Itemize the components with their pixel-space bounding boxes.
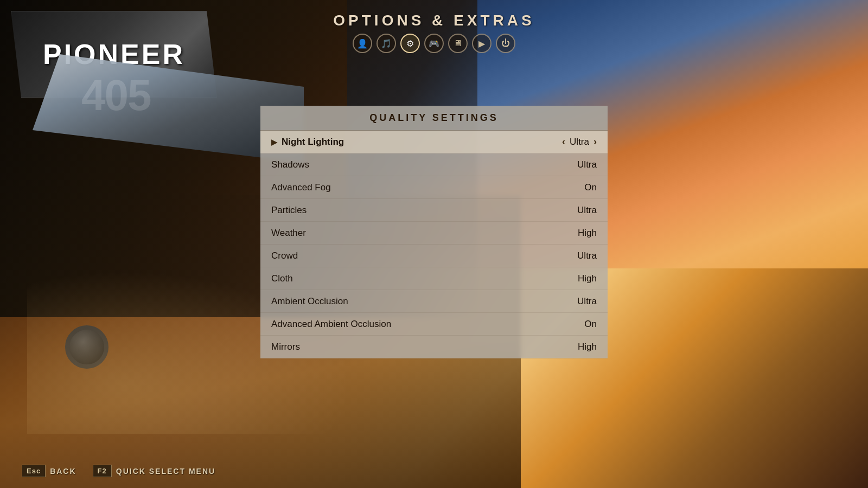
back-button[interactable]: Esc BACK	[22, 465, 76, 477]
setting-item-mirrors[interactable]: MirrorsHigh	[260, 336, 608, 358]
setting-value-container: ‹Ultra›	[562, 136, 597, 147]
setting-value-container: On	[584, 319, 597, 330]
setting-value-container: On	[584, 182, 597, 193]
setting-item-ambient-occlusion[interactable]: Ambient OcclusionUltra	[260, 290, 608, 313]
car-number: 405	[81, 70, 150, 120]
setting-name-label: Shadows	[271, 159, 309, 170]
setting-value-container: High	[578, 273, 597, 284]
quick-select-label: QUICK SELECT MENU	[116, 467, 215, 476]
setting-value-container: Ultra	[577, 251, 597, 261]
esc-key-badge: Esc	[22, 465, 46, 477]
setting-value-container: High	[578, 342, 597, 352]
back-label: BACK	[50, 467, 76, 476]
setting-name-label: Advanced Fog	[271, 182, 331, 193]
setting-value-text: Ultra	[577, 205, 597, 216]
nav-icons-row: 👤🎵⚙🎮🖥▶⏻	[353, 34, 515, 53]
setting-item-shadows[interactable]: ShadowsUltra	[260, 153, 608, 176]
display-icon[interactable]: 🖥	[448, 34, 468, 53]
setting-name-label: Cloth	[271, 273, 293, 284]
audio-icon[interactable]: 🎵	[376, 34, 396, 53]
value-nav-left-icon[interactable]: ‹	[562, 136, 565, 147]
settings-panel: QUALITY SETTINGS ▶Night Lighting‹Ultra›S…	[260, 106, 608, 358]
setting-item-particles[interactable]: ParticlesUltra	[260, 199, 608, 222]
settings-icon[interactable]: ⚙	[400, 34, 420, 53]
setting-name-label: Particles	[271, 205, 307, 216]
setting-value-text: High	[578, 342, 597, 352]
setting-value-container: High	[578, 228, 597, 239]
setting-name-label: Mirrors	[271, 342, 300, 352]
setting-value-text: On	[584, 182, 597, 193]
setting-name-label: ▶Night Lighting	[271, 137, 344, 147]
value-nav-right-icon[interactable]: ›	[593, 136, 597, 147]
controller-icon[interactable]: 🎮	[424, 34, 444, 53]
setting-value-text: High	[578, 273, 597, 284]
setting-item-crowd[interactable]: CrowdUltra	[260, 245, 608, 267]
page-title: OPTIONS & EXTRAS	[333, 12, 534, 29]
setting-value-container: Ultra	[577, 159, 597, 170]
setting-item-night-lighting[interactable]: ▶Night Lighting‹Ultra›	[260, 131, 608, 153]
f2-key-badge: F2	[93, 465, 112, 477]
selected-arrow-icon: ▶	[271, 138, 277, 146]
power-icon[interactable]: ⏻	[496, 34, 515, 53]
setting-value-text: On	[584, 319, 597, 330]
setting-name-label: Weather	[271, 228, 306, 239]
setting-value-container: Ultra	[577, 296, 597, 307]
quick-select-button[interactable]: F2 QUICK SELECT MENU	[93, 465, 216, 477]
setting-item-advanced-ambient-occlusion[interactable]: Advanced Ambient OcclusionOn	[260, 313, 608, 336]
setting-value-text: Ultra	[577, 251, 597, 261]
setting-name-label: Crowd	[271, 251, 298, 261]
setting-item-weather[interactable]: WeatherHigh	[260, 222, 608, 245]
profile-icon[interactable]: 👤	[353, 34, 372, 53]
settings-list: ▶Night Lighting‹Ultra›ShadowsUltraAdvanc…	[260, 131, 608, 358]
replay-icon[interactable]: ▶	[472, 34, 492, 53]
header: OPTIONS & EXTRAS 👤🎵⚙🎮🖥▶⏻	[0, 0, 868, 65]
setting-value-text: Ultra	[577, 159, 597, 170]
panel-title: QUALITY SETTINGS	[260, 106, 608, 131]
setting-value-text: Ultra	[570, 137, 589, 147]
setting-item-advanced-fog[interactable]: Advanced FogOn	[260, 176, 608, 199]
setting-value-text: Ultra	[577, 296, 597, 307]
setting-value-text: High	[578, 228, 597, 239]
setting-value-container: Ultra	[577, 205, 597, 216]
setting-item-cloth[interactable]: ClothHigh	[260, 267, 608, 290]
setting-name-label: Ambient Occlusion	[271, 296, 348, 307]
bottom-bar: Esc BACK F2 QUICK SELECT MENU	[22, 465, 215, 477]
setting-name-label: Advanced Ambient Occlusion	[271, 319, 391, 330]
